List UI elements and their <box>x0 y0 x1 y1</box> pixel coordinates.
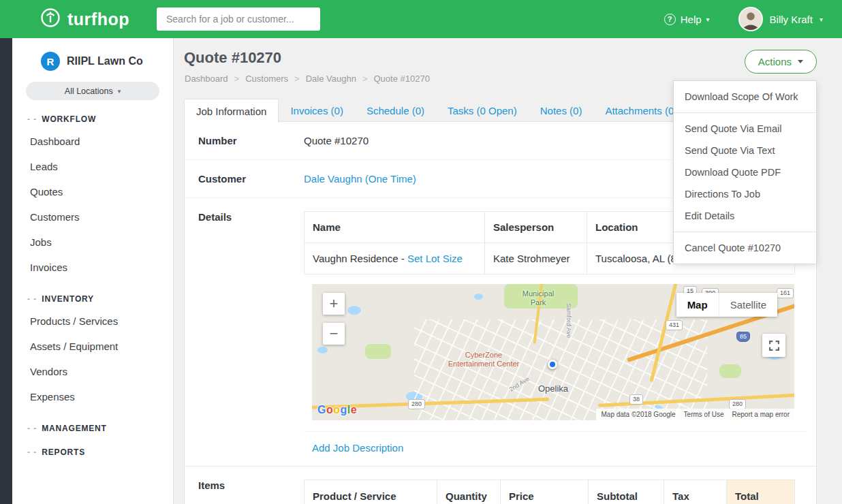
sidebar-item-jobs[interactable]: Jobs <box>27 230 173 255</box>
items-row: Items Product / Service Quantity Price <box>185 467 816 504</box>
section-workflow: WORKFLOW <box>27 114 173 124</box>
location-selector[interactable]: All Locations ▾ <box>26 82 159 100</box>
main-content: Quote #10270 Dashboard > Customers > Dal… <box>174 38 842 504</box>
tab-schedule[interactable]: Schedule (0) <box>355 99 436 122</box>
sidebar-nav: WORKFLOW Dashboard Leads Quotes Customer… <box>12 114 173 457</box>
map-water <box>347 306 361 315</box>
menu-divider <box>674 232 816 232</box>
map-water <box>474 294 483 300</box>
items-label: Items <box>198 479 304 491</box>
menu-item-send-quote-via-email[interactable]: Send Quote Via Email <box>674 118 816 140</box>
items-table: Product / Service Quantity Price Subtota… <box>304 479 795 504</box>
sidebar-item-vendors[interactable]: Vendors <box>27 359 173 384</box>
route-shield: 280 <box>729 399 746 409</box>
items-col-price: Price <box>501 480 589 504</box>
caret-down-icon <box>798 60 803 63</box>
add-job-description-area: Add Job Description <box>304 431 806 466</box>
report-map-error-link[interactable]: Report a map error <box>732 411 790 418</box>
customer-type-link[interactable]: (One Time) <box>365 173 416 185</box>
chevron-down-icon: ▾ <box>706 16 710 23</box>
details-col-salesperson: Salesperson <box>485 212 587 243</box>
sidebar-item-dashboard[interactable]: Dashboard <box>27 129 173 154</box>
map-park-area <box>719 364 741 378</box>
location-selector-label: All Locations <box>65 86 113 96</box>
sidebar: R RIIPL Lawn Co All Locations ▾ WORKFLOW… <box>12 38 174 504</box>
fullscreen-icon <box>769 341 779 351</box>
actions-button[interactable]: Actions <box>745 50 817 74</box>
company-header[interactable]: R RIIPL Lawn Co <box>12 52 173 71</box>
sidebar-item-assets-equipment[interactable]: Assets / Equipment <box>27 334 173 359</box>
items-col-subtotal: Subtotal <box>589 480 664 504</box>
section-reports[interactable]: REPORTS <box>27 447 173 457</box>
sidebar-item-invoices[interactable]: Invoices <box>27 255 173 280</box>
map[interactable]: 15 390 161 431 85 38 280 280 Municipal P… <box>312 284 794 420</box>
sidebar-item-quotes[interactable]: Quotes <box>27 179 173 204</box>
user-menu[interactable]: Billy Kraft ▾ <box>738 7 823 31</box>
chevron-down-icon: ▾ <box>118 88 121 95</box>
avatar <box>738 7 763 31</box>
brand-name: turfhop <box>67 10 129 29</box>
menu-item-directions-to-job[interactable]: Directions To Job <box>674 183 816 205</box>
details-label: Details <box>198 211 304 223</box>
menu-item-send-quote-via-text[interactable]: Send Quote Via Text <box>674 140 816 161</box>
tab-notes[interactable]: Notes (0) <box>529 99 594 122</box>
breadcrumb-dashboard[interactable]: Dashboard <box>185 74 228 84</box>
interstate-shield: 85 <box>736 332 750 342</box>
map-type-map-button[interactable]: Map <box>676 293 719 317</box>
map-label-cyberzone: CyberZone Entertainment Center <box>446 351 522 368</box>
section-management[interactable]: MANAGEMENT <box>27 424 173 433</box>
terms-of-use-link[interactable]: Terms of Use <box>684 411 724 418</box>
menu-item-cancel-quote[interactable]: Cancel Quote #10270 <box>674 237 816 259</box>
app-window: turfhop ? Help ▾ Billy Kraft ▾ <box>0 0 842 504</box>
google-logo[interactable]: Google <box>317 404 357 416</box>
tab-job-information[interactable]: Job Information <box>184 99 279 123</box>
zoom-out-button[interactable]: − <box>323 323 345 345</box>
customer-name-link[interactable]: Dale Vaughn <box>304 173 362 185</box>
map-data-credit: Map data ©2018 Google <box>601 411 675 418</box>
breadcrumb-separator: > <box>294 74 300 84</box>
help-label: Help <box>681 14 702 25</box>
tab-invoices[interactable]: Invoices (0) <box>279 99 355 122</box>
items-col-total: Total <box>727 480 795 504</box>
map-water <box>317 347 328 353</box>
page-title: Quote #10270 <box>184 49 281 67</box>
customer-label: Customer <box>198 173 304 185</box>
items-col-quantity: Quantity <box>437 480 501 504</box>
actions-dropdown-menu: Download Scope Of Work Send Quote Via Em… <box>673 80 817 264</box>
sidebar-item-expenses[interactable]: Expenses <box>27 384 173 409</box>
breadcrumb: Dashboard > Customers > Dale Vaughn > Qu… <box>185 74 430 84</box>
section-inventory: INVENTORY <box>27 294 173 304</box>
map-attribution: Map data ©2018 Google Terms of Use Repor… <box>596 409 794 420</box>
help-icon: ? <box>664 14 676 25</box>
tab-tasks[interactable]: Tasks (0 Open) <box>436 99 529 122</box>
map-location-marker[interactable] <box>548 360 557 369</box>
map-type-satellite-button[interactable]: Satellite <box>719 293 777 317</box>
add-job-description-link[interactable]: Add Job Description <box>312 442 403 454</box>
left-dark-rail <box>0 38 12 504</box>
items-col-tax: Tax <box>664 480 727 504</box>
details-col-name: Name <box>305 212 485 243</box>
sidebar-item-customers[interactable]: Customers <box>27 204 173 230</box>
sidebar-item-products-services[interactable]: Products / Services <box>27 309 173 334</box>
help-menu[interactable]: ? Help ▾ <box>664 14 710 25</box>
items-col-product-service: Product / Service <box>305 480 437 504</box>
map-park-area <box>365 344 391 359</box>
sidebar-item-leads[interactable]: Leads <box>27 154 173 179</box>
breadcrumb-customers[interactable]: Customers <box>245 74 288 84</box>
brand-logo[interactable]: turfhop <box>40 7 129 31</box>
number-label: Number <box>198 135 304 146</box>
set-lot-size-link[interactable]: Set Lot Size <box>407 253 463 264</box>
property-name: Vaughn Residence - <box>313 253 405 264</box>
menu-item-download-scope-of-work[interactable]: Download Scope Of Work <box>674 86 816 108</box>
zoom-in-button[interactable]: + <box>323 293 345 315</box>
breadcrumb-dale-vaughn[interactable]: Dale Vaughn <box>306 74 356 84</box>
menu-item-edit-details[interactable]: Edit Details <box>674 205 816 227</box>
map-label-opelika: Opelika <box>538 383 568 394</box>
fullscreen-button[interactable] <box>762 334 785 357</box>
top-navbar: turfhop ? Help ▾ Billy Kraft ▾ <box>0 0 842 38</box>
map-label-street: Samford Ave <box>565 303 572 338</box>
chevron-down-icon: ▾ <box>820 16 823 23</box>
number-value: Quote #10270 <box>304 135 369 146</box>
menu-item-download-quote-pdf[interactable]: Download Quote PDF <box>674 161 816 183</box>
search-input[interactable] <box>157 7 320 31</box>
